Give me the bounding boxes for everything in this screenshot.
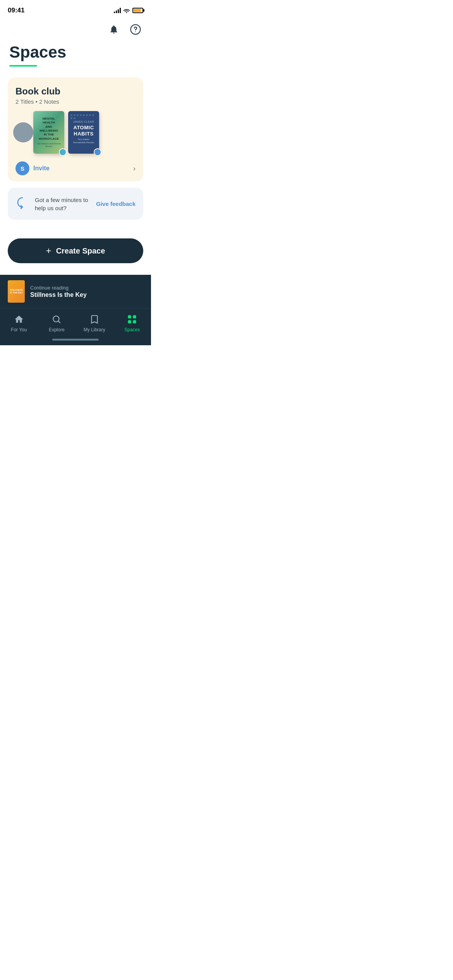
svg-rect-6: [133, 320, 136, 324]
book-2-subtitle: Tiny Habits,Remarkable Results: [73, 138, 94, 144]
feedback-arrow-icon: [15, 195, 29, 212]
svg-point-1: [135, 31, 136, 32]
give-feedback-link[interactable]: Give feedback: [96, 200, 136, 207]
book-club-card[interactable]: Book club 2 Titles • 2 Notes MentalHealt…: [8, 77, 143, 182]
plus-icon: +: [46, 245, 51, 256]
nav-item-my-library[interactable]: My Library: [76, 314, 113, 332]
bottom-nav: For You Explore My Library: [0, 308, 151, 336]
nav-label-for-you: For You: [11, 327, 27, 332]
book-club-meta: 2 Titles • 2 Notes: [15, 98, 136, 105]
feedback-card[interactable]: Got a few minutes to help us out? Give f…: [8, 188, 143, 220]
invite-row[interactable]: S Invite ›: [15, 161, 136, 175]
nav-label-explore: Explore: [49, 327, 65, 332]
nav-item-spaces[interactable]: Spaces: [113, 314, 151, 332]
nav-label-spaces: Spaces: [124, 327, 140, 332]
continue-reading-text: Continue reading Stillness Is the Key: [30, 285, 143, 298]
nav-item-for-you[interactable]: For You: [0, 314, 38, 332]
status-icons: [114, 8, 143, 13]
wifi-icon: [123, 8, 130, 13]
home-indicator-bar: [52, 339, 99, 341]
book-1-author: Gill Hasson and Donna Brown: [36, 142, 62, 148]
svg-rect-5: [128, 320, 131, 324]
home-indicator: [0, 336, 151, 345]
help-button[interactable]: [128, 22, 143, 37]
invite-text: Invite: [33, 165, 50, 172]
book-1-title: MentalHealthandWellbeingin theWorkplace: [39, 117, 59, 141]
chevron-right-icon: ›: [133, 164, 136, 173]
create-space-label: Create Space: [56, 247, 105, 255]
user-avatar: [13, 122, 33, 142]
book-club-title: Book club: [15, 86, 136, 97]
svg-rect-3: [128, 315, 131, 319]
book-2-title: ATOMICHABITS: [73, 125, 94, 137]
invite-avatar: S: [15, 161, 29, 175]
create-space-section: + Create Space: [0, 231, 151, 275]
help-circle-icon: [130, 24, 141, 35]
page-title-section: Spaces: [0, 40, 151, 67]
continue-title: Stillness Is the Key: [30, 291, 143, 298]
signal-bars-icon: [114, 8, 121, 13]
status-bar: 09:41: [0, 0, 151, 19]
current-book-thumb: Stillness Is the Key: [8, 280, 25, 303]
book-cover-2[interactable]: JAMES CLEAR ATOMICHABITS Tiny Habits,Rem…: [68, 111, 99, 154]
book-2-author: JAMES CLEAR: [73, 120, 94, 123]
books-row: MentalHealthandWellbeingin theWorkplace …: [33, 111, 99, 154]
page-title: Spaces: [9, 43, 142, 61]
book-1-badge: [59, 148, 67, 156]
nav-item-explore[interactable]: Explore: [38, 314, 76, 332]
create-space-button[interactable]: + Create Space: [8, 238, 143, 263]
grid-icon: [127, 314, 137, 325]
nav-label-my-library: My Library: [84, 327, 105, 332]
invite-left: S Invite: [15, 161, 50, 175]
notification-button[interactable]: [106, 22, 122, 37]
dots-decoration: [70, 114, 97, 119]
continue-label: Continue reading: [30, 285, 143, 291]
status-time: 09:41: [8, 7, 24, 14]
bell-icon: [109, 24, 119, 34]
battery-icon: [132, 8, 143, 13]
header-actions: [0, 19, 151, 40]
book-2-badge: [94, 148, 101, 156]
svg-rect-4: [133, 315, 136, 319]
search-icon: [51, 314, 62, 325]
home-icon: [14, 314, 24, 325]
books-section: MentalHealthandWellbeingin theWorkplace …: [15, 111, 136, 154]
main-content: Book club 2 Titles • 2 Notes MentalHealt…: [0, 67, 151, 220]
continue-reading-bar[interactable]: Stillness Is the Key Continue reading St…: [0, 275, 151, 308]
book-cover-1[interactable]: MentalHealthandWellbeingin theWorkplace …: [33, 111, 64, 154]
feedback-text: Got a few minutes to help us out?: [35, 196, 91, 212]
bookmark-icon: [89, 314, 100, 325]
